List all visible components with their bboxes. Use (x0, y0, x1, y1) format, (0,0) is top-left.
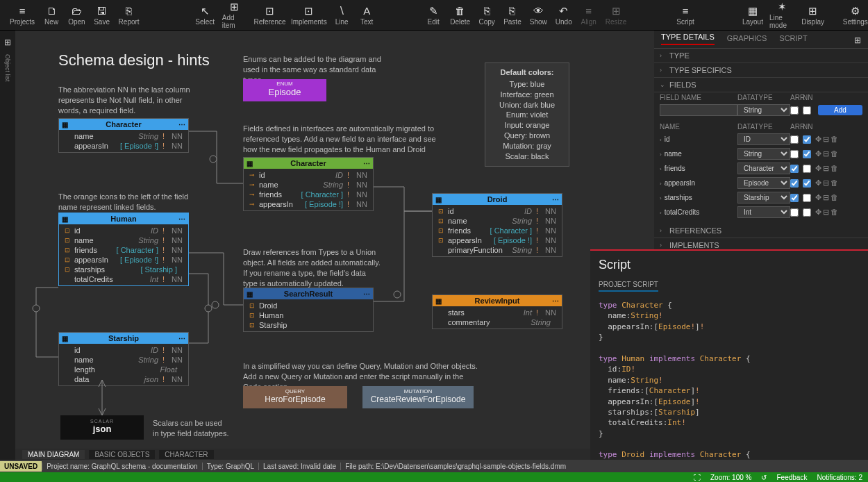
script-code[interactable]: type Character { name:String! appearsIn:… (599, 300, 860, 482)
hide-icon[interactable]: ⊟ (823, 178, 829, 188)
tab-type-details[interactable]: TYPE DETAILS (661, 33, 715, 45)
move-icon[interactable]: ✥ (815, 149, 821, 158)
object-list-label[interactable]: Object list (4, 54, 11, 82)
delete-icon[interactable]: 🗑 (831, 193, 838, 202)
section-fields[interactable]: ⌄FIELDS (654, 78, 868, 92)
projects-button[interactable]: ≡Projects (6, 3, 39, 27)
entity-character-interface[interactable]: ▦Character⋯⊸idID!NN⊸nameString!NN⊸friend… (243, 157, 374, 211)
section-references[interactable]: ›REFERENCES (654, 224, 868, 238)
delete-button[interactable]: 🗑Delete (446, 3, 474, 27)
field-type-select[interactable]: Starship (737, 192, 790, 203)
hide-icon[interactable]: ⊟ (823, 149, 829, 158)
field-name-input[interactable] (660, 104, 737, 116)
add-item-button[interactable]: ⊞Add item (218, 0, 251, 31)
field-nn-chk[interactable] (803, 179, 811, 188)
section-type[interactable]: ›TYPE (654, 49, 868, 63)
query-node[interactable]: QUERY HeroForEpisode (243, 386, 347, 408)
settings-button[interactable]: ⚙Settings (839, 3, 868, 27)
delete-icon[interactable]: 🗑 (831, 164, 838, 173)
notifications-link[interactable]: Notifications: 2 (817, 474, 862, 481)
field-row[interactable]: ›totalCredits Int ✥ ⊟ 🗑 (654, 205, 868, 219)
field-arr-chk[interactable] (790, 208, 799, 217)
hide-icon[interactable]: ⊟ (823, 208, 829, 217)
mutation-node[interactable]: MUTATION CreateReviewForEpisode (362, 386, 474, 408)
field-arr-chk[interactable] (790, 179, 799, 188)
undo-button[interactable]: ↶Undo (551, 3, 576, 27)
layout-button[interactable]: ▦Layout (740, 0, 765, 31)
restore-icon[interactable]: ↺ (761, 474, 767, 481)
hide-icon[interactable]: ⊟ (823, 135, 829, 144)
delete-icon[interactable]: 🗑 (831, 149, 838, 158)
field-type-select[interactable]: Int (737, 206, 790, 218)
feedback-link[interactable]: Feedback (776, 474, 807, 481)
resize-button[interactable]: ⊞Resize (601, 3, 631, 27)
text-button[interactable]: AText (354, 0, 379, 31)
move-icon[interactable]: ✥ (815, 193, 821, 202)
line-button[interactable]: ∖Line (329, 0, 354, 31)
move-icon[interactable]: ✥ (815, 135, 821, 144)
tab-script[interactable]: SCRIPT (779, 34, 807, 45)
field-row[interactable]: ›starships Starship ✥ ⊟ 🗑 (654, 190, 868, 205)
entity-searchresult[interactable]: ▦SearchResult⋯⊡Droid⊡Human⊡Starship (243, 288, 374, 332)
hide-icon[interactable]: ⊟ (823, 164, 829, 173)
field-datatype-select[interactable]: String (737, 104, 790, 116)
open-button[interactable]: 🗁Open (64, 3, 89, 27)
tab-graphics[interactable]: GRAPHICS (727, 34, 767, 45)
entity-human[interactable]: ▦Human⋯⊡idID!NN⊡nameString!NN⊡friends[ C… (58, 213, 189, 286)
select-button[interactable]: ↖Select (192, 0, 218, 31)
edit-button[interactable]: ✎Edit (421, 3, 446, 27)
field-nn-chk[interactable] (803, 165, 811, 173)
field-row[interactable]: ›name String ✥ ⊟ 🗑 (654, 147, 868, 161)
section-type-specifics[interactable]: ›TYPE SPECIFICS (654, 63, 868, 78)
zoom-label[interactable]: Zoom: 100 % (710, 474, 751, 481)
delete-icon[interactable]: 🗑 (831, 178, 838, 188)
copy-button[interactable]: ⎘Copy (474, 3, 499, 27)
entity-starship[interactable]: ▦Starship⋯idID!NNnameString!NNlengthFloa… (58, 332, 189, 386)
enum-node[interactable]: ENUM Episode (243, 79, 326, 101)
tab-basic-objects[interactable]: BASIC OBJECTS (89, 450, 155, 459)
show-button[interactable]: 👁Show (526, 3, 551, 27)
delete-icon[interactable]: 🗑 (831, 208, 838, 217)
move-icon[interactable]: ✥ (815, 164, 821, 173)
align-button[interactable]: ≡Align (576, 3, 601, 27)
field-arr-chk[interactable] (790, 165, 799, 173)
field-type-select[interactable]: Episode (737, 177, 790, 189)
field-nn-chk[interactable] (803, 135, 811, 144)
field-row[interactable]: ›id ID ✥ ⊟ 🗑 (654, 132, 868, 147)
report-button[interactable]: ⎘Report (115, 3, 144, 27)
save-button[interactable]: 🖫Save (90, 3, 115, 27)
field-arr-chk[interactable] (790, 194, 799, 202)
panel-toggle-icon[interactable]: ⊞ (854, 35, 861, 45)
project-script-tab[interactable]: PROJECT SCRIPT (599, 279, 658, 292)
add-field-button[interactable]: Add (818, 105, 862, 115)
new-button[interactable]: 🗋New (39, 3, 64, 27)
field-row[interactable]: ›appearsIn Episode ✥ ⊟ 🗑 (654, 176, 868, 190)
paste-button[interactable]: ⎘Paste (499, 3, 526, 27)
entity-reviewinput[interactable]: ▦ReviewInput⋯starsInt!NNcommentaryString (432, 294, 562, 329)
field-arr-checkbox[interactable] (790, 106, 799, 115)
move-icon[interactable]: ✥ (815, 178, 821, 188)
move-icon[interactable]: ✥ (815, 208, 821, 217)
diagram-canvas[interactable]: Schema design - hints Enums can be added… (15, 31, 654, 449)
entity-droid[interactable]: ▦Droid⋯⊡idID!NN⊡nameString!NN⊡friends[ C… (432, 193, 562, 257)
entity-character-type[interactable]: ▦Character⋯nameString!NNappearsIn[ Episo… (58, 118, 189, 153)
fit-icon[interactable]: ⛶ (694, 474, 701, 481)
field-arr-chk[interactable] (790, 135, 799, 144)
field-type-select[interactable]: Character (737, 163, 790, 174)
delete-icon[interactable]: 🗑 (831, 135, 838, 144)
field-nn-checkbox[interactable] (803, 106, 811, 115)
implements-button[interactable]: ⊡Implements (288, 0, 329, 31)
script-button[interactable]: ≡Script (672, 3, 699, 27)
field-nn-chk[interactable] (803, 194, 811, 202)
field-type-select[interactable]: String (737, 148, 790, 160)
field-row[interactable]: ›friends Character ✥ ⊟ 🗑 (654, 161, 868, 176)
reference-button[interactable]: ⊡Reference (251, 0, 289, 31)
field-type-select[interactable]: ID (737, 133, 790, 145)
panel-icon[interactable]: ⊞ (4, 38, 11, 47)
field-arr-chk[interactable] (790, 150, 799, 158)
field-nn-chk[interactable] (803, 150, 811, 158)
scalar-node[interactable]: SCALAR json (60, 415, 144, 440)
field-nn-chk[interactable] (803, 208, 811, 217)
display-button[interactable]: ⊞Display (799, 0, 826, 31)
hide-icon[interactable]: ⊟ (823, 193, 829, 202)
